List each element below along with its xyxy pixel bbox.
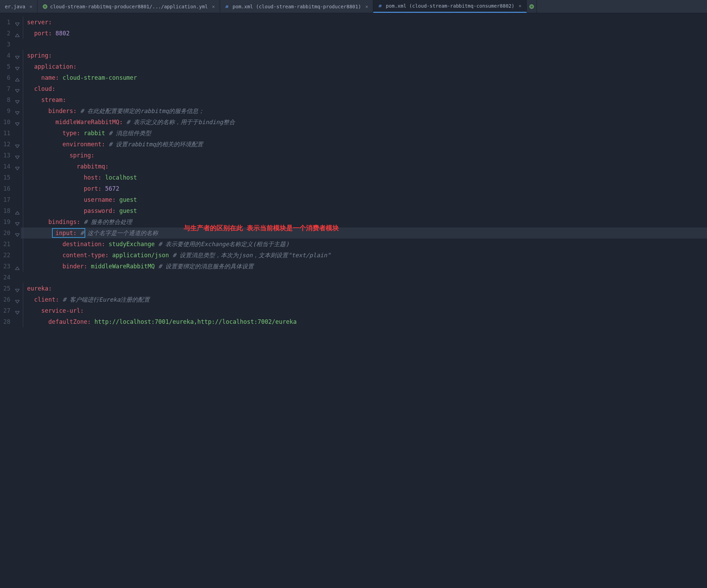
yaml-key: binder [62,263,84,270]
yaml-value: 8802 [52,30,70,37]
code-line[interactable]: name: cloud-stream-consumer [21,72,707,83]
indent-guide [23,150,23,161]
yaml-key: binders [48,107,73,114]
fold-close-icon[interactable] [15,75,19,80]
code-line[interactable]: server: [21,17,707,28]
close-icon[interactable]: × [29,4,32,9]
yaml-key: port [84,185,98,192]
annotation-text: 与生产者的区别在此 表示当前模块是一个消费者模块 [184,223,339,234]
fold-open-icon[interactable] [15,86,19,91]
yaml-key: cloud [34,85,52,92]
code-line[interactable]: type: rabbit # 消息组件类型 [21,128,707,139]
fold-close-icon[interactable] [15,31,19,36]
code-line[interactable]: port: 8802 [21,28,707,39]
indent-guide [23,305,23,316]
line-number: 3 [0,39,21,50]
indent-guide [23,116,23,128]
code-line[interactable]: input: # 这个名字是一个通道的名称与生产者的区别在此 表示当前模块是一个… [21,227,707,239]
colon: : [119,119,123,126]
fold-open-icon[interactable] [15,20,19,25]
code-line[interactable]: password: guest [21,205,707,216]
indent-guide [23,227,23,239]
fold-close-icon[interactable] [15,264,19,269]
code-line[interactable] [21,39,707,50]
colon: : [55,74,59,81]
colon: : [62,96,66,103]
code-line[interactable]: destination: studyExchange # 表示要使用的Excha… [21,239,707,250]
fold-open-icon[interactable] [15,231,19,235]
code-line[interactable]: cloud: [21,83,707,94]
code-line[interactable]: content-type: application/json # 设置消息类型，… [21,250,707,261]
fold-open-icon[interactable] [15,142,19,147]
code-line[interactable]: binder: middleWareRabbitMQ # 设置要绑定的消息服务的… [21,261,707,272]
code-line[interactable]: bindings: # 服务的整合处理 [21,216,707,227]
yaml-comment: # 这个名字是一个通道的名称 [77,230,158,236]
fold-open-icon[interactable] [15,219,19,224]
fold-open-icon[interactable] [15,164,19,169]
yaml-key: type [62,130,77,137]
fold-close-icon[interactable] [15,208,19,213]
code-line[interactable]: rabbitmq: [21,161,707,172]
tab-java[interactable]: er.java × [0,0,37,13]
fold-open-icon[interactable] [15,53,19,58]
line-number: 8 [0,94,21,105]
indent-guide [23,239,23,250]
code-line[interactable]: spring: [21,50,707,61]
code-line[interactable]: middleWareRabbitMQ: # 表示定义的名称，用于于binding… [21,116,707,128]
fold-open-icon[interactable] [15,153,19,158]
yaml-comment: # 设置要绑定的消息服务的具体设置 [155,263,254,270]
yaml-value: localhost [102,174,137,181]
code-line[interactable]: port: 5672 [21,183,707,194]
code-line[interactable]: spring: [21,150,707,161]
colon: : [98,174,102,181]
code-line[interactable]: stream: [21,94,707,105]
fold-open-icon[interactable] [15,109,19,113]
tab-yml[interactable]: cloud-stream-rabbitmq-producer8801/.../a… [37,0,220,13]
line-number: 20 [0,227,21,239]
tab-partial[interactable] [527,0,537,13]
indent-guide [23,183,23,194]
code-line[interactable]: service-url: [21,305,707,316]
yaml-key: username [84,196,112,203]
code-line[interactable]: host: localhost [21,172,707,183]
colon: : [84,263,87,270]
fold-open-icon[interactable] [15,97,19,102]
yaml-key: host [84,174,98,181]
code-line[interactable]: application: [21,61,707,72]
close-icon[interactable]: × [518,3,521,9]
yaml-value: 5672 [102,185,119,192]
tab-label: pom.xml (cloud-stream-rabbitmq-consumer8… [386,3,514,9]
code-line[interactable]: client: # 客户端进行Eureka注册的配置 [21,294,707,305]
code-line[interactable]: binders: # 在此处配置要绑定的rabbitmq的服务信息； [21,105,707,116]
indent-guide [23,250,23,261]
fold-open-icon[interactable] [15,120,19,124]
tab-pom1[interactable]: m pom.xml (cloud-stream-rabbitmq-produce… [220,0,373,13]
fold-open-icon[interactable] [15,64,19,69]
line-number: 24 [0,272,21,283]
tab-pom2[interactable]: m pom.xml (cloud-stream-rabbitmq-consume… [373,0,526,13]
yaml-value: cloud-stream-consumer [59,74,137,81]
line-number: 17 [0,194,21,205]
indent-guide [23,205,23,216]
yaml-comment: # 表示要使用的Exchange名称定义(相当于主题) [155,241,289,248]
code-line[interactable]: environment: # 设置rabbitmq的相关的环境配置 [21,139,707,150]
indent-guide [23,139,23,150]
tab-bar: er.java × cloud-stream-rabbitmq-producer… [0,0,707,13]
fold-open-icon[interactable] [15,286,19,291]
close-icon[interactable]: × [212,4,215,9]
close-icon[interactable]: × [365,4,368,9]
fold-open-icon[interactable] [15,297,19,302]
line-number: 22 [0,250,21,261]
yaml-key: service-url [41,307,80,314]
code-line[interactable] [21,272,707,283]
colon: : [55,296,59,303]
code-line[interactable]: eureka: [21,283,707,294]
line-number: 26 [0,294,21,305]
yaml-value: guest [116,196,137,203]
code-area[interactable]: server: port: 8802spring: application: n… [21,13,707,327]
colon: : [105,252,108,259]
code-line[interactable]: username: guest [21,194,707,205]
colon: : [91,152,94,159]
code-line[interactable]: defaultZone: http://localhost:7001/eurek… [21,316,707,327]
fold-open-icon[interactable] [15,308,19,313]
